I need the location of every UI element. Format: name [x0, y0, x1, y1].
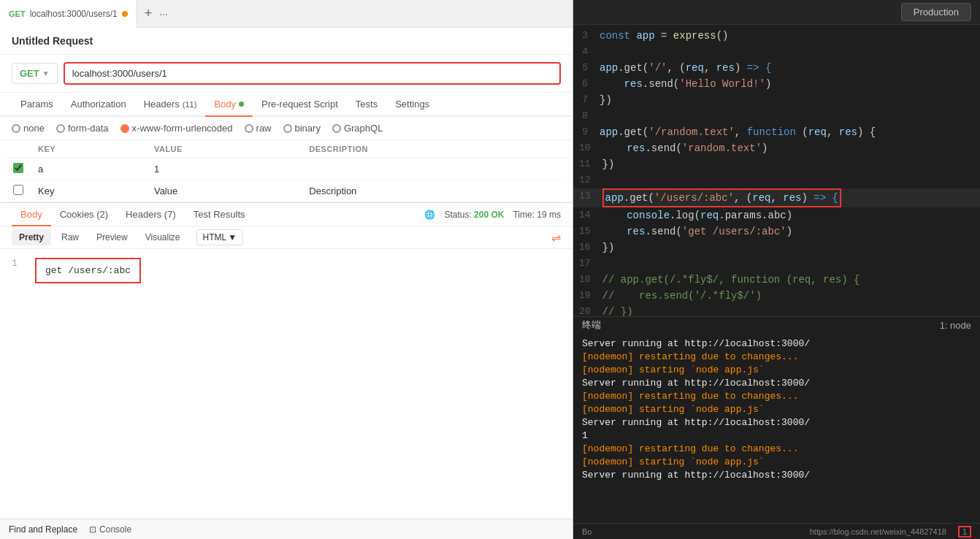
code-line-3: 3 const app = express(): [573, 28, 980, 44]
radio-urlencoded[interactable]: x-www-form-urlencoded: [120, 123, 233, 134]
more-tabs-button[interactable]: ···: [159, 8, 168, 20]
term-line-8: 1: [582, 429, 971, 443]
term-line-5: [nodemon] restarting due to changes...: [582, 390, 971, 403]
method-select[interactable]: GET ▼: [12, 63, 58, 84]
tab-tests[interactable]: Tests: [347, 93, 386, 115]
format-pretty[interactable]: Pretty: [12, 229, 51, 245]
row2-checkbox[interactable]: [13, 185, 23, 195]
row1-key: a: [31, 158, 147, 180]
code-line-10: 10 res.send('random.text'): [573, 140, 980, 156]
response-line-1: 1 get /users/:abc: [12, 258, 561, 283]
row2-key: Key: [31, 180, 147, 202]
console-button[interactable]: ⊡ Console: [89, 524, 131, 535]
radio-raw[interactable]: raw: [245, 123, 272, 134]
code-line-17: 17: [573, 256, 980, 272]
table-row: a 1: [6, 158, 567, 180]
col-key: KEY: [31, 140, 147, 158]
radio-urlencoded-circle: [120, 124, 129, 133]
code-line-5: 5 app.get('/', (req, res) => {: [573, 60, 980, 76]
kv-table: KEY VALUE DESCRIPTION a 1 Key Value Desc…: [6, 140, 567, 202]
row1-checkbox[interactable]: [13, 163, 23, 173]
radio-graphql[interactable]: GraphQL: [332, 123, 383, 134]
time-label: Time: 19 ms: [513, 210, 561, 220]
code-line-13: 13 app.get('/users/:abc', (req, res) => …: [573, 188, 980, 207]
editor-header: Production: [573, 0, 980, 25]
format-arrow-icon: ▼: [228, 232, 237, 242]
term-line-9: [nodemon] restarting due to changes...: [582, 443, 971, 456]
bottom-bar: Find and Replace ⊡ Console: [0, 519, 573, 539]
row2-value: Value: [147, 180, 302, 202]
format-preview[interactable]: Preview: [89, 229, 135, 245]
term-line-1: Server running at http://localhost:3000/: [582, 337, 971, 351]
code-line-9: 9 app.get('/random.text', function (req,…: [573, 124, 980, 140]
resp-tab-body[interactable]: Body: [12, 203, 51, 226]
tab-settings[interactable]: Settings: [386, 93, 438, 115]
status-info: 🌐 Status: 200 OK Time: 19 ms: [424, 210, 561, 220]
row1-desc: [302, 158, 567, 180]
tab-method: GET: [9, 9, 26, 18]
code-line-14: 14 console.log(req.params.abc): [573, 207, 980, 223]
url-bar: GET ▼: [0, 55, 573, 93]
response-body: 1 get /users/:abc: [0, 249, 573, 519]
find-replace-button[interactable]: Find and Replace: [9, 524, 77, 535]
globe-icon: 🌐: [424, 210, 435, 220]
url-input[interactable]: [64, 62, 561, 85]
wrap-icon[interactable]: ⇌: [551, 231, 561, 245]
term-line-10: [nodemon] starting `node app.js`: [582, 456, 971, 469]
status-url: https://blog.csdn.net/weixin_44827418: [810, 527, 946, 536]
tab-body[interactable]: Body: [205, 93, 253, 115]
format-type-label: HTML: [203, 232, 227, 242]
code-line-18: 18 // app.get(/.*fly$/, function (req, r…: [573, 272, 980, 288]
row1-value: 1: [147, 158, 302, 180]
tab-url: localhost:3000/users/1: [30, 9, 118, 19]
tab-authorization[interactable]: Authorization: [62, 93, 135, 115]
radio-form-data-circle: [56, 124, 65, 133]
tab-headers[interactable]: Headers (11): [135, 93, 206, 115]
format-type-select[interactable]: HTML ▼: [196, 229, 244, 245]
format-raw[interactable]: Raw: [54, 229, 86, 245]
radio-raw-circle: [245, 124, 253, 133]
code-line-4: 4: [573, 44, 980, 60]
terminal-body[interactable]: Server running at http://localhost:3000/…: [573, 333, 980, 523]
response-text: get /users/:abc: [45, 265, 131, 276]
kv-table-container: KEY VALUE DESCRIPTION a 1 Key Value Desc…: [0, 140, 573, 202]
code-editor[interactable]: 3 const app = express() 4 5 app.get('/',…: [573, 25, 980, 316]
term-line-4: Server running at http://localhost:3000/: [582, 377, 971, 390]
radio-form-data[interactable]: form-data: [56, 123, 109, 134]
code-line-6: 6 res.send('Hello World!'): [573, 76, 980, 92]
add-tab-button[interactable]: +: [137, 6, 160, 21]
code-line-15: 15 res.send('get /users/:abc'): [573, 223, 980, 240]
code-line-20: 20 // }): [573, 304, 980, 316]
body-type-row: none form-data x-www-form-urlencoded raw…: [0, 117, 573, 140]
response-section: Body Cookies (2) Headers (7) Test Result…: [0, 202, 573, 519]
table-row: Key Value Description: [6, 180, 567, 202]
radio-binary-circle: [283, 124, 292, 133]
status-bo-label: Bo: [582, 527, 592, 536]
term-line-6: [nodemon] starting `node app.js`: [582, 403, 971, 416]
method-arrow-icon: ▼: [42, 69, 50, 77]
resp-tab-cookies[interactable]: Cookies (2): [51, 203, 117, 226]
format-tabs: Pretty Raw Preview Visualize HTML ▼ ⇌: [0, 226, 573, 249]
col-value: VALUE: [147, 140, 302, 158]
code-line-12: 12: [573, 172, 980, 188]
tab-pre-request[interactable]: Pre-request Script: [253, 93, 347, 115]
radio-none[interactable]: none: [12, 123, 45, 134]
unsaved-dot: [122, 11, 128, 17]
resp-tab-test-results[interactable]: Test Results: [185, 203, 254, 226]
tab-params[interactable]: Params: [12, 93, 62, 115]
term-line-3: [nodemon] starting `node app.js`: [582, 364, 971, 377]
console-icon: ⊡: [89, 524, 96, 535]
radio-binary[interactable]: binary: [283, 123, 321, 134]
tab-bar: GET localhost:3000/users/1 + ···: [0, 0, 573, 28]
resp-tab-headers[interactable]: Headers (7): [117, 203, 185, 226]
code-line-8: 8: [573, 108, 980, 124]
row2-desc: Description: [302, 180, 567, 202]
code-line-11: 11 }): [573, 156, 980, 172]
request-tab[interactable]: GET localhost:3000/users/1: [0, 0, 137, 28]
production-button[interactable]: Production: [901, 3, 971, 21]
code-line-19: 19 // res.send('/.*fly$/'): [573, 288, 980, 304]
response-tabs-bar: Body Cookies (2) Headers (7) Test Result…: [0, 203, 573, 226]
format-visualize[interactable]: Visualize: [138, 229, 188, 245]
radio-graphql-circle: [332, 124, 341, 133]
terminal-title: 终端: [582, 318, 601, 332]
